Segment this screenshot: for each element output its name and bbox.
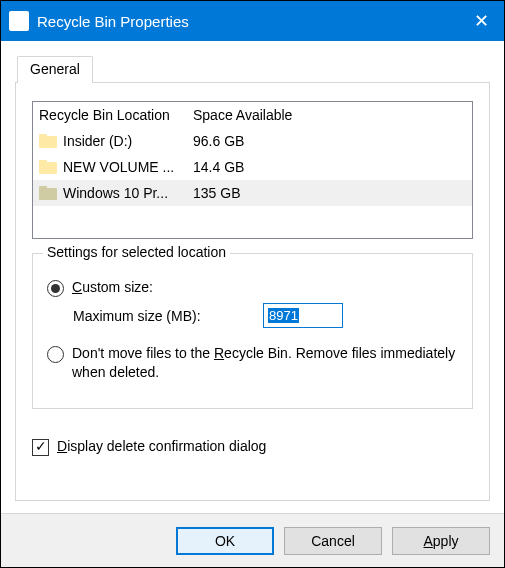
list-row[interactable]: NEW VOLUME ... 14.4 GB bbox=[33, 154, 472, 180]
header-location: Recycle Bin Location bbox=[33, 107, 189, 123]
list-header: Recycle Bin Location Space Available bbox=[33, 102, 472, 128]
row-space: 14.4 GB bbox=[189, 159, 472, 175]
row-name: NEW VOLUME ... bbox=[63, 159, 174, 175]
dialog-footer: OK Cancel Apply bbox=[1, 513, 504, 567]
titlebar: 🗑 Recycle Bin Properties ✕ bbox=[1, 1, 504, 41]
radio-custom-size-row: Custom size: bbox=[47, 278, 458, 297]
settings-group: Settings for selected location Custom si… bbox=[32, 253, 473, 409]
radio-dont-move-label[interactable]: Don't move files to the Recycle Bin. Rem… bbox=[72, 344, 458, 382]
window-title: Recycle Bin Properties bbox=[37, 13, 458, 30]
row-name: Windows 10 Pr... bbox=[63, 185, 168, 201]
row-space: 135 GB bbox=[189, 185, 472, 201]
radio-custom-size[interactable] bbox=[47, 280, 64, 297]
row-name: Insider (D:) bbox=[63, 133, 132, 149]
list-row[interactable]: Windows 10 Pr... 135 GB bbox=[33, 180, 472, 206]
max-size-input[interactable]: 8971 bbox=[263, 303, 343, 328]
location-list[interactable]: Recycle Bin Location Space Available Ins… bbox=[32, 101, 473, 239]
settings-legend: Settings for selected location bbox=[43, 244, 230, 260]
tab-general[interactable]: General bbox=[17, 56, 93, 83]
ok-button[interactable]: OK bbox=[176, 527, 274, 555]
recycle-bin-icon: 🗑 bbox=[9, 11, 29, 31]
folder-icon bbox=[39, 186, 57, 200]
tab-panel-general: Recycle Bin Location Space Available Ins… bbox=[15, 82, 490, 501]
client-area: General Recycle Bin Location Space Avail… bbox=[1, 41, 504, 513]
folder-icon bbox=[39, 160, 57, 174]
list-row[interactable]: Insider (D:) 96.6 GB bbox=[33, 128, 472, 154]
radio-dont-move[interactable] bbox=[47, 346, 64, 363]
radio-dont-move-row: Don't move files to the Recycle Bin. Rem… bbox=[47, 344, 458, 382]
cancel-button[interactable]: Cancel bbox=[284, 527, 382, 555]
confirm-dialog-row: Display delete confirmation dialog bbox=[32, 437, 473, 456]
tabstrip: General bbox=[17, 55, 490, 82]
apply-button[interactable]: Apply bbox=[392, 527, 490, 555]
header-space: Space Available bbox=[189, 107, 472, 123]
radio-custom-size-label[interactable]: Custom size: bbox=[72, 278, 153, 297]
max-size-label: Maximum size (MB): bbox=[73, 308, 263, 324]
folder-icon bbox=[39, 134, 57, 148]
max-size-row: Maximum size (MB): 8971 bbox=[73, 303, 458, 328]
check-display-confirm[interactable] bbox=[32, 439, 49, 456]
row-space: 96.6 GB bbox=[189, 133, 472, 149]
check-display-confirm-label[interactable]: Display delete confirmation dialog bbox=[57, 437, 266, 456]
close-button[interactable]: ✕ bbox=[458, 1, 504, 41]
